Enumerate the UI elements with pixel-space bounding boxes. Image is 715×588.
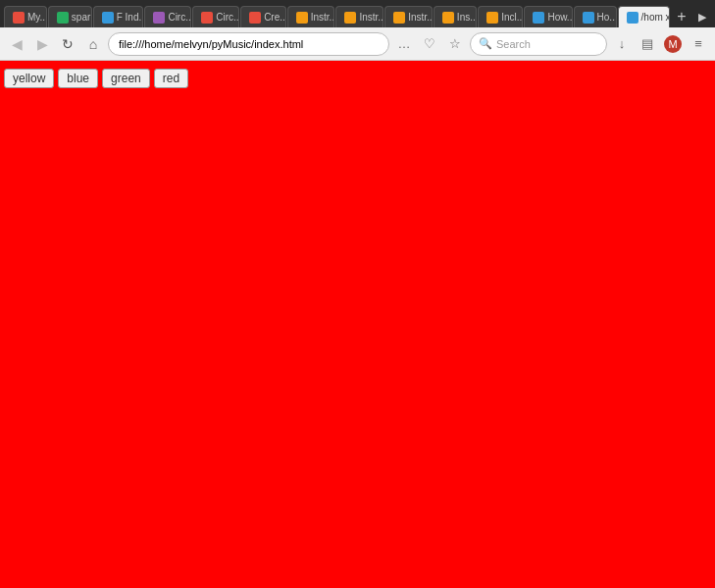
tab-ins[interactable]: Ins.. (434, 6, 477, 27)
color-buttons: yellow blue green red (4, 69, 188, 88)
tab-circ2[interactable]: Circ.. (192, 6, 239, 27)
menu-icon: ≡ (694, 36, 702, 51)
more-button[interactable]: … (393, 33, 415, 55)
sidebar-button[interactable]: ▤ (637, 33, 658, 55)
user-icon: M (664, 35, 682, 53)
sidebar-icon: ▤ (641, 36, 653, 51)
home-icon: ⌂ (89, 36, 97, 52)
search-placeholder: Search (496, 38, 531, 50)
back-icon: ◀ (12, 36, 23, 52)
toolbar: ◀ ▶ ↻ ⌂ … ♡ ☆ 🔍 Search ↓ ▤ (0, 27, 715, 61)
tab-instr3[interactable]: Instr.. (384, 6, 433, 27)
tab-circ1[interactable]: Circ.. (144, 6, 191, 27)
red-button[interactable]: red (154, 69, 188, 88)
user-button[interactable]: M (662, 33, 684, 55)
more-icon: … (398, 36, 411, 51)
green-button[interactable]: green (102, 69, 150, 88)
back-button[interactable]: ◀ (6, 33, 27, 55)
search-icon: 🔍 (479, 37, 492, 50)
search-bar[interactable]: 🔍 Search (470, 32, 607, 56)
tab-spar[interactable]: spar (48, 6, 92, 27)
page-content: yellow blue green red (0, 61, 715, 588)
star-button[interactable]: ☆ (444, 33, 466, 55)
home-button[interactable]: ⌂ (82, 33, 104, 55)
star-icon: ☆ (449, 36, 461, 51)
tab-instr2[interactable]: Instr.. (335, 6, 383, 27)
tab-how1[interactable]: How.. (524, 6, 572, 27)
bookmark-icon: ♡ (424, 36, 435, 51)
tab-cre[interactable]: Cre.. (240, 6, 286, 27)
tab-find[interactable]: F Ind.. (93, 6, 144, 27)
tab-ho[interactable]: Ho.. (574, 6, 617, 27)
download-icon: ↓ (619, 36, 626, 51)
reload-button[interactable]: ↻ (57, 33, 78, 55)
forward-icon: ▶ (37, 36, 48, 52)
tab-scroll-right[interactable]: ▶ (692, 6, 711, 27)
download-button[interactable]: ↓ (611, 33, 633, 55)
blue-button[interactable]: blue (58, 69, 98, 88)
address-input[interactable] (119, 38, 379, 50)
new-tab-button[interactable]: + (673, 6, 691, 27)
bookmark-button[interactable]: ♡ (419, 33, 440, 55)
forward-button[interactable]: ▶ (31, 33, 53, 55)
tab-home-active[interactable]: /hom x (618, 6, 670, 27)
menu-button[interactable]: ≡ (688, 33, 709, 55)
tab-instr1[interactable]: Instr.. (287, 6, 335, 27)
tab-incl[interactable]: Incl.. (478, 6, 523, 27)
yellow-button[interactable]: yellow (4, 69, 54, 88)
tab-my[interactable]: My.. (4, 6, 47, 27)
address-bar[interactable] (108, 32, 389, 56)
tab-bar: My.. spar F Ind.. Circ.. Circ.. Cre.. In… (0, 0, 715, 27)
browser-window: My.. spar F Ind.. Circ.. Circ.. Cre.. In… (0, 0, 715, 588)
reload-icon: ↻ (62, 36, 74, 52)
